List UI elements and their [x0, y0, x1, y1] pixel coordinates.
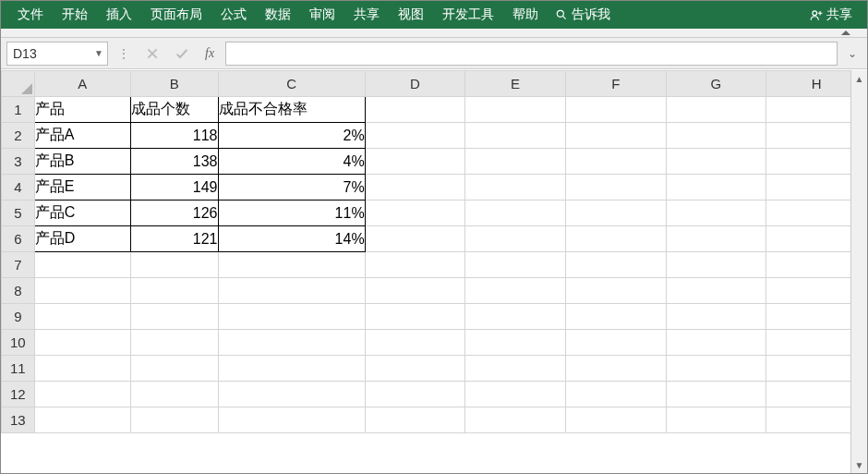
cell-D9[interactable]: [365, 304, 465, 330]
cell-E5[interactable]: [465, 201, 566, 226]
cell-D12[interactable]: [365, 382, 465, 407]
cell-G6[interactable]: [666, 226, 766, 252]
cell-C2[interactable]: 2%: [218, 123, 365, 149]
formula-input[interactable]: [225, 42, 838, 66]
cell-D13[interactable]: [365, 407, 465, 433]
cell-F7[interactable]: [565, 252, 666, 278]
cell-B9[interactable]: [130, 304, 218, 330]
cell-G3[interactable]: [666, 149, 766, 175]
cell-C5[interactable]: 11%: [218, 201, 365, 226]
cell-C9[interactable]: [218, 304, 365, 330]
cell-D2[interactable]: [365, 123, 465, 149]
cell-C13[interactable]: [218, 407, 365, 433]
row-head-13[interactable]: 13: [2, 407, 35, 433]
cell-B3[interactable]: 138: [130, 149, 218, 175]
row-head-10[interactable]: 10: [2, 330, 35, 356]
cell-G9[interactable]: [666, 304, 766, 330]
cell-B4[interactable]: 149: [130, 175, 218, 201]
col-head-E[interactable]: E: [465, 71, 566, 97]
cell-F8[interactable]: [565, 278, 666, 304]
cell-G12[interactable]: [666, 382, 766, 407]
col-head-C[interactable]: C: [218, 71, 365, 97]
col-head-G[interactable]: G: [666, 71, 766, 97]
cell-A1[interactable]: 产品: [34, 97, 130, 123]
cell-D3[interactable]: [365, 149, 465, 175]
row-head-6[interactable]: 6: [2, 226, 35, 252]
tab-formulas[interactable]: 公式: [211, 1, 256, 29]
cell-A10[interactable]: [34, 330, 130, 356]
row-head-3[interactable]: 3: [2, 149, 35, 175]
cell-C4[interactable]: 7%: [218, 175, 365, 201]
cell-D10[interactable]: [365, 330, 465, 356]
tab-home[interactable]: 开始: [53, 1, 97, 29]
cell-G10[interactable]: [666, 330, 766, 356]
cell-D4[interactable]: [365, 175, 465, 201]
cell-C1[interactable]: 成品不合格率: [218, 97, 365, 123]
cell-G13[interactable]: [666, 407, 766, 433]
cell-B7[interactable]: [130, 252, 218, 278]
cell-E12[interactable]: [465, 382, 566, 407]
cell-D1[interactable]: [365, 97, 465, 123]
cell-B8[interactable]: [130, 278, 218, 304]
cell-B10[interactable]: [130, 330, 218, 356]
share-button[interactable]: 共享: [802, 1, 860, 29]
tab-page-layout[interactable]: 页面布局: [141, 1, 211, 29]
cell-A4[interactable]: 产品E: [34, 175, 130, 201]
scroll-up-icon[interactable]: ▲: [851, 70, 867, 87]
cell-D8[interactable]: [365, 278, 465, 304]
cell-A11[interactable]: [34, 356, 130, 382]
fx-label[interactable]: fx: [199, 46, 220, 61]
cell-E6[interactable]: [465, 226, 566, 252]
cell-A6[interactable]: 产品D: [34, 226, 130, 252]
cell-E3[interactable]: [465, 149, 566, 175]
tab-view[interactable]: 视图: [389, 1, 433, 29]
enter-button[interactable]: [170, 42, 194, 66]
cell-A5[interactable]: 产品C: [34, 201, 130, 226]
row-head-5[interactable]: 5: [2, 201, 35, 226]
cell-F11[interactable]: [565, 356, 666, 382]
cell-G4[interactable]: [666, 175, 766, 201]
cell-A9[interactable]: [34, 304, 130, 330]
cell-B13[interactable]: [130, 407, 218, 433]
tab-help[interactable]: 帮助: [503, 1, 548, 29]
row-head-1[interactable]: 1: [2, 97, 35, 123]
cell-E10[interactable]: [465, 330, 566, 356]
cell-E7[interactable]: [465, 252, 566, 278]
vertical-scrollbar[interactable]: ▲ ▼: [850, 70, 867, 473]
spreadsheet[interactable]: ABCDEFGH1产品成品个数成品不合格率2产品A1182%3产品B1384%4…: [1, 70, 867, 433]
cell-B1[interactable]: 成品个数: [130, 97, 218, 123]
cell-C7[interactable]: [218, 252, 365, 278]
cell-A3[interactable]: 产品B: [34, 149, 130, 175]
dropdown-icon[interactable]: ▼: [94, 48, 103, 58]
cell-F12[interactable]: [565, 382, 666, 407]
cell-D6[interactable]: [365, 226, 465, 252]
cell-F1[interactable]: [565, 97, 666, 123]
cell-C10[interactable]: [218, 330, 365, 356]
name-box[interactable]: D13 ▼: [6, 42, 108, 66]
cell-C12[interactable]: [218, 382, 365, 407]
row-head-2[interactable]: 2: [2, 123, 35, 149]
cell-F10[interactable]: [565, 330, 666, 356]
cell-F6[interactable]: [565, 226, 666, 252]
cell-G7[interactable]: [666, 252, 766, 278]
cell-C11[interactable]: [218, 356, 365, 382]
cell-B2[interactable]: 118: [130, 123, 218, 149]
tab-share-menu[interactable]: 共享: [344, 1, 389, 29]
cell-G11[interactable]: [666, 356, 766, 382]
cell-A2[interactable]: 产品A: [34, 123, 130, 149]
cell-B5[interactable]: 126: [130, 201, 218, 226]
col-head-D[interactable]: D: [365, 71, 465, 97]
row-head-8[interactable]: 8: [2, 278, 35, 304]
tab-review[interactable]: 审阅: [300, 1, 344, 29]
cell-E8[interactable]: [465, 278, 566, 304]
cell-A8[interactable]: [34, 278, 130, 304]
col-head-F[interactable]: F: [565, 71, 666, 97]
cancel-button[interactable]: [140, 42, 164, 66]
cell-F5[interactable]: [565, 201, 666, 226]
cell-C8[interactable]: [218, 278, 365, 304]
scroll-down-icon[interactable]: ▼: [851, 456, 867, 473]
cell-B12[interactable]: [130, 382, 218, 407]
cell-E13[interactable]: [465, 407, 566, 433]
tell-me[interactable]: 告诉我: [548, 1, 618, 29]
cell-F13[interactable]: [565, 407, 666, 433]
